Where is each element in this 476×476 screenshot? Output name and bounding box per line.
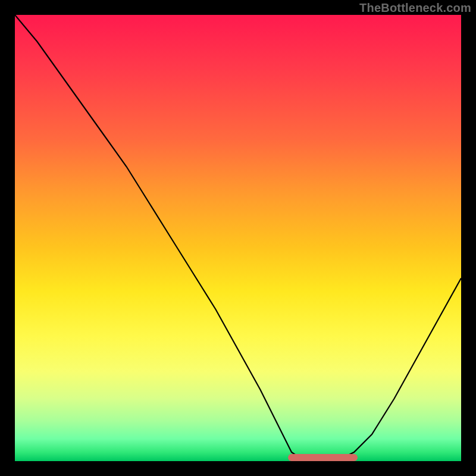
- bottleneck-curve: [15, 15, 461, 461]
- plot-area: [15, 15, 461, 461]
- chart-svg: [15, 15, 461, 461]
- watermark-text: TheBottleneck.com: [359, 1, 471, 15]
- chart-frame: TheBottleneck.com: [0, 0, 476, 476]
